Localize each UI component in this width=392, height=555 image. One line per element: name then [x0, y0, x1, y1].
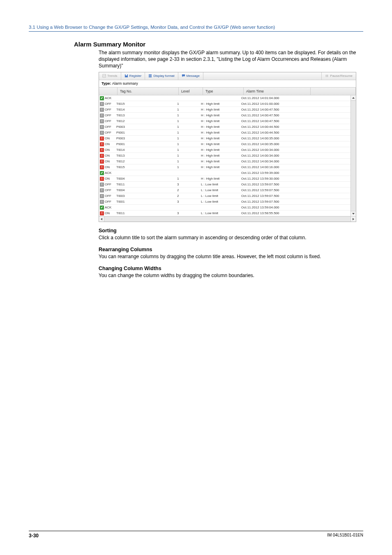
status-cell: !ON [99, 153, 114, 158]
table-row[interactable]: !OFFTI0141H : High limitOct.11.2012 14:0… [99, 107, 350, 113]
status-label: ON [105, 148, 110, 152]
tag-cell: TI014 [114, 148, 175, 152]
status-label: OFF [105, 194, 111, 198]
type-value: Alarm summary [112, 81, 138, 86]
alarm-on-icon: ! [100, 136, 104, 141]
toolbar: Trends Register Display format Message P… [99, 72, 356, 80]
type-cell: L : Low limit [198, 200, 239, 204]
ack-icon [100, 96, 104, 100]
message-label: Message [187, 74, 200, 78]
horizontal-scrollbar[interactable] [99, 216, 356, 222]
table-row[interactable]: !OFFTI0151H : High limitOct.11.2012 14:0… [99, 101, 350, 107]
tag-cell: TI012 [114, 120, 175, 123]
time-cell: Oct.11.2012 14:00:47.500 [239, 114, 305, 117]
status-label: ACK [105, 171, 111, 175]
message-button[interactable]: Message [178, 72, 203, 80]
status-cell: !OFF [99, 119, 114, 123]
table-row[interactable]: !OFFPI0011H : High limitOct.11.2012 14:0… [99, 130, 350, 136]
vertical-scrollbar[interactable] [350, 95, 356, 216]
scroll-right-button[interactable] [350, 217, 356, 222]
status-cell: !OFF [99, 194, 114, 198]
table-row[interactable]: !ONTI0141H : High limitOct.11.2012 14:00… [99, 147, 350, 153]
level-cell: 1 [175, 131, 198, 134]
status-label: ON [105, 177, 110, 180]
trends-icon [102, 74, 106, 78]
tag-cell: TI015 [114, 102, 175, 106]
table-row[interactable]: !ONPI0031H : High limitOct.11.2012 14:00… [99, 136, 350, 141]
status-cell: !OFF [99, 130, 114, 135]
status-label: ON [105, 154, 110, 157]
status-label: OFF [105, 200, 111, 204]
time-cell: Oct.11.2012 13:59:39.000 [239, 171, 305, 175]
table-row[interactable]: !ONTI0151H : High limitOct.11.2012 14:00… [99, 164, 350, 170]
alarm-on-icon: ! [100, 142, 104, 146]
scroll-up-button[interactable] [351, 95, 356, 101]
table-row[interactable]: !ONTI0131H : High limitOct.11.2012 14:00… [99, 153, 350, 159]
status-cell: !ON [99, 142, 114, 146]
svg-rect-7 [327, 75, 328, 77]
type-label: Type: [101, 81, 112, 86]
svg-rect-6 [326, 75, 327, 77]
table-row[interactable]: !OFFTI0131H : High limitOct.11.2012 14:0… [99, 113, 350, 118]
table-row[interactable]: !ONPI0011H : High limitOct.11.2012 14:00… [99, 141, 350, 147]
table-row[interactable]: !ONTI0113L : Low limitOct.11.2012 13:58:… [99, 210, 350, 216]
time-cell: Oct.11.2012 13:59:07.500 [239, 189, 305, 192]
time-cell: Oct.11.2012 14:00:34.000 [239, 148, 305, 152]
rearranging-heading: Rearranging Columns [99, 247, 363, 252]
chevron-up-icon [352, 97, 355, 99]
time-cell: Oct.11.2012 14:00:47.500 [239, 108, 305, 111]
level-cell: 1 [175, 137, 198, 140]
chevron-down-icon [352, 213, 355, 215]
chevron-right-icon [353, 218, 354, 220]
time-cell: Oct.11.2012 14:00:35.000 [239, 143, 305, 146]
alarm-off-icon: ! [100, 183, 104, 187]
status-cell: ACK [99, 171, 114, 175]
col-status-header[interactable] [99, 88, 118, 95]
table-row[interactable]: !ONTI0121H : High limitOct.11.2012 14:00… [99, 159, 350, 164]
col-time-header[interactable]: Alarm Time [244, 88, 311, 95]
status-cell: !ON [99, 165, 114, 169]
status-label: OFF [105, 183, 111, 186]
status-cell: !ON [99, 176, 114, 181]
tag-cell: TI004 [114, 189, 175, 192]
table-row[interactable]: !OFFPI0031H : High limitOct.11.2012 14:0… [99, 124, 350, 130]
table-row[interactable]: ACKOct.11.2012 13:59:04.000 [99, 205, 350, 210]
table-row[interactable]: !OFFTI0121H : High limitOct.11.2012 14:0… [99, 118, 350, 124]
status-cell: ACK [99, 96, 114, 100]
scroll-down-button[interactable] [351, 211, 356, 216]
status-label: ON [105, 137, 110, 140]
table-row[interactable]: !OFFTI0032L : Low limitOct.11.2012 13:59… [99, 193, 350, 199]
status-label: OFF [105, 131, 111, 134]
col-level-header[interactable]: Level [179, 88, 203, 95]
pause-resume-button[interactable]: Pause/Resume [321, 72, 356, 80]
display-format-button[interactable]: Display format [145, 72, 178, 80]
pause-label: Pause/Resume [330, 74, 353, 78]
level-cell: 3 [175, 183, 198, 186]
type-cell: L : Low limit [198, 183, 239, 186]
status-cell: !ON [99, 211, 114, 215]
table-row[interactable]: !OFFTI0042L : Low limitOct.11.2012 13:59… [99, 187, 350, 193]
tag-cell: PI003 [114, 137, 175, 140]
level-cell: 3 [175, 200, 198, 204]
pause-icon [325, 74, 329, 78]
tag-cell: TI014 [114, 108, 175, 111]
trends-button[interactable]: Trends [99, 72, 121, 80]
time-cell: Oct.11.2012 14:00:34.000 [239, 160, 305, 163]
table-row[interactable]: !OFFTI0113L : Low limitOct.11.2012 13:59… [99, 182, 350, 187]
type-cell: H : High limit [198, 102, 239, 106]
col-rest-header [311, 88, 356, 95]
level-cell: 1 [175, 120, 198, 123]
scroll-left-button[interactable] [99, 217, 104, 222]
alarm-off-icon: ! [100, 194, 104, 198]
svg-rect-3 [149, 74, 152, 75]
register-button[interactable]: Register [121, 72, 145, 80]
table-row[interactable]: ACKOct.11.2012 14:01:04.000 [99, 95, 350, 101]
col-type-header[interactable]: Type [203, 88, 244, 95]
table-row[interactable]: !OFFTI0013L : Low limitOct.11.2012 13:59… [99, 199, 350, 205]
col-tag-header[interactable]: Tag No. [118, 88, 179, 95]
time-cell: Oct.11.2012 14:00:16.000 [239, 166, 305, 169]
time-cell: Oct.11.2012 13:59:07.500 [239, 200, 305, 204]
table-row[interactable]: ACKOct.11.2012 13:59:39.000 [99, 170, 350, 176]
table-row[interactable]: !ONTI0041H : High limitOct.11.2012 13:59… [99, 176, 350, 182]
page-title: Alarm Summary Monitor [74, 41, 363, 48]
